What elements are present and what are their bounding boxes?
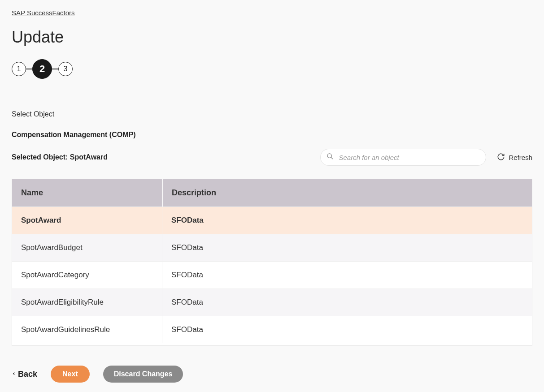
section-label: Select Object (12, 110, 532, 118)
cell-description: SFOData (162, 234, 532, 261)
cell-name: SpotAwardCategory (12, 262, 162, 289)
cell-description: SFOData (162, 316, 532, 343)
cell-description: SFOData (162, 289, 532, 316)
next-button[interactable]: Next (51, 366, 90, 383)
step-2[interactable]: 2 (32, 59, 52, 79)
chevron-left-icon (12, 370, 16, 379)
search-wrap (320, 149, 486, 166)
object-table: Name Description SpotAwardSFODataSpotAwa… (12, 179, 532, 346)
step-1[interactable]: 1 (12, 62, 26, 76)
cell-name: SpotAwardBudget (12, 234, 162, 261)
header-description: Description (162, 179, 532, 207)
svg-line-1 (331, 157, 333, 159)
cell-description: SFOData (162, 262, 532, 289)
step-connector (52, 69, 58, 69)
table-row[interactable]: SpotAwardCategorySFOData (12, 261, 532, 289)
search-icon (326, 153, 334, 162)
back-button[interactable]: Back (12, 370, 37, 379)
cell-name: SpotAward (12, 207, 162, 234)
category-label: Compensation Management (COMP) (12, 131, 532, 139)
svg-point-0 (327, 154, 331, 158)
page-title: Update (12, 28, 532, 47)
breadcrumb-link[interactable]: SAP SuccessFactors (12, 9, 75, 17)
discard-button[interactable]: Discard Changes (103, 366, 183, 383)
table-row[interactable]: SpotAwardGuidelinesRuleSFOData (12, 316, 532, 343)
step-connector (26, 69, 32, 69)
stepper: 1 2 3 (12, 59, 532, 79)
cell-name: SpotAwardGuidelinesRule (12, 316, 162, 343)
refresh-button[interactable]: Refresh (497, 153, 532, 162)
cell-name: SpotAwardEligibilityRule (12, 289, 162, 316)
table-body[interactable]: SpotAwardSFODataSpotAwardBudgetSFODataSp… (12, 207, 532, 345)
search-input[interactable] (320, 149, 486, 166)
cell-description: SFOData (162, 207, 532, 234)
footer: Back Next Discard Changes (12, 366, 532, 383)
refresh-label: Refresh (509, 154, 532, 161)
table-row[interactable]: SpotAwardSFOData (12, 207, 532, 234)
table-row[interactable]: SpotAwardEligibilityRuleSFOData (12, 289, 532, 316)
refresh-icon (497, 153, 505, 162)
back-label: Back (18, 370, 37, 379)
selected-object-label: Selected Object: SpotAward (12, 153, 108, 161)
table-header: Name Description (12, 179, 532, 207)
step-3[interactable]: 3 (58, 62, 73, 76)
table-row[interactable]: SpotAwardBudgetSFOData (12, 234, 532, 261)
header-name: Name (12, 179, 162, 207)
